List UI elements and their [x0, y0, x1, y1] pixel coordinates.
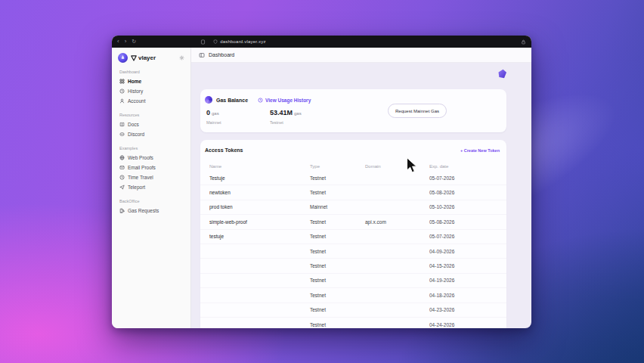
grid-icon	[119, 79, 125, 84]
sidebar-item-label: Discord	[128, 132, 144, 137]
sidebar-item-teleport[interactable]: Teleport	[118, 182, 184, 192]
token-type: Testnet	[310, 190, 365, 195]
gas-balance-icon	[205, 96, 212, 104]
table-row: Testnet 04-24-2026	[200, 318, 506, 328]
history-icon	[258, 98, 263, 103]
table-row: Testnet 04-19-2026	[200, 274, 506, 288]
testnet-label: Testnet	[270, 120, 333, 125]
sidebar-item-label: History	[128, 88, 143, 94]
mainnet-gas-stat: 0 gas Mainnet	[206, 109, 270, 125]
gas-unit: gas	[212, 111, 219, 116]
column-type: Type	[310, 164, 365, 169]
token-name: prod token	[209, 204, 310, 209]
forward-button[interactable]: ›	[125, 36, 127, 48]
sidebar-item-discord[interactable]: Discord	[118, 129, 184, 139]
sidebar-item-web-proofs[interactable]: Web Proofs	[118, 153, 184, 163]
sidebar-item-gas-requests[interactable]: Gas Requests	[118, 206, 184, 216]
mainnet-label: Mainnet	[206, 120, 270, 125]
sidebar-item-label: Home	[128, 79, 141, 84]
brand-logo[interactable]: vlayer	[131, 54, 156, 61]
table-row: newtoken Testnet 05-08-2026	[200, 185, 506, 200]
token-type: Testnet	[310, 278, 365, 283]
user-icon	[119, 98, 125, 104]
token-name: Testuje	[209, 175, 310, 181]
mail-icon	[119, 165, 125, 170]
send-icon	[119, 185, 125, 190]
sidebar-item-email-proofs[interactable]: Email Proofs	[118, 163, 184, 172]
page-topbar: Dashboard	[191, 48, 531, 63]
section-label-resources: Resources	[119, 113, 184, 117]
gas-balance-card: Gas Balance View Usage History 0	[200, 89, 506, 132]
sidebar-item-label: Time Travel	[128, 175, 153, 180]
browser-toolbar: ‹ › ↻ dashboard.vlayer.xyz	[112, 36, 531, 48]
column-name: Name	[209, 164, 310, 169]
token-exp-date: 05-08-2026	[429, 219, 496, 225]
token-exp-date: 05-07-2026	[429, 234, 496, 239]
token-domain: api.x.com	[365, 219, 429, 225]
token-type: Testnet	[310, 263, 365, 268]
access-tokens-title: Access Tokens	[205, 147, 243, 153]
sidebar-item-home[interactable]: Home	[118, 76, 184, 86]
token-type: Testnet	[310, 175, 365, 181]
discord-icon	[119, 132, 125, 137]
section-label-dashboard: Dashboard	[119, 70, 184, 74]
sidebar-item-label: Docs	[128, 122, 139, 127]
mainnet-gas-value: 0	[206, 109, 210, 116]
usage-link-label: View Usage History	[265, 98, 311, 103]
testnet-gas-stat: 53.41M gas Testnet	[270, 109, 333, 125]
token-exp-date: 05-07-2026	[429, 175, 496, 181]
address-bar[interactable]: dashboard.vlayer.xyz	[213, 39, 265, 44]
token-type: Testnet	[310, 307, 365, 312]
sidebar-toggle-icon[interactable]	[199, 52, 205, 58]
gas-icon	[119, 208, 125, 213]
history-icon	[119, 88, 125, 94]
column-domain: Domain	[365, 164, 429, 169]
table-row: Testnet 04-23-2026	[200, 303, 506, 318]
testnet-gas-value: 53.41M	[270, 109, 293, 116]
sidebar-item-label: Web Proofs	[128, 155, 153, 160]
sidebar-item-account[interactable]: Account	[118, 96, 184, 106]
breadcrumb: Dashboard	[209, 52, 234, 57]
vlayer-logo-icon	[131, 55, 137, 61]
user-avatar[interactable]	[118, 53, 128, 63]
clock-icon	[119, 175, 125, 180]
token-type: Mainnet	[310, 204, 365, 209]
table-header: Name Type Domain Exp. date	[200, 161, 506, 171]
desktop-wallpaper: ‹ › ↻ dashboard.vlayer.xyz vlayer	[0, 0, 644, 363]
create-new-token-link[interactable]: + Create New Token	[460, 148, 500, 153]
back-button[interactable]: ‹	[117, 36, 119, 48]
main-area: Dashboard Gas Balance	[191, 48, 531, 328]
page-content: Gas Balance View Usage History 0	[191, 63, 531, 328]
token-exp-date: 05-10-2026	[429, 204, 496, 209]
token-exp-date: 04-19-2026	[429, 278, 496, 283]
token-type: Testnet	[310, 234, 365, 239]
table-row: Testnet 04-15-2026	[200, 259, 506, 273]
reload-button[interactable]: ↻	[132, 36, 136, 48]
sidebar-item-label: Account	[128, 98, 146, 104]
sidebar-item-time-travel[interactable]: Time Travel	[118, 172, 184, 182]
token-name: testuje	[209, 234, 310, 239]
book-icon	[119, 122, 125, 127]
table-row: simple-web-proof Testnet api.x.com 05-08…	[200, 215, 506, 229]
token-exp-date: 04-24-2026	[429, 322, 496, 327]
view-usage-history-link[interactable]: View Usage History	[258, 98, 311, 103]
table-row: Testnet 04-18-2026	[200, 288, 506, 302]
sidebar-item-history[interactable]: History	[118, 86, 184, 96]
access-tokens-card: Access Tokens + Create New Token Name Ty…	[200, 140, 506, 328]
token-exp-date: 04-15-2026	[429, 263, 496, 268]
token-type: Testnet	[310, 322, 365, 327]
gear-icon[interactable]	[179, 55, 184, 60]
sidebar-item-docs[interactable]: Docs	[118, 119, 184, 129]
column-exp-date: Exp. date	[429, 164, 496, 169]
vlayer-gem-icon	[497, 69, 507, 79]
table-row: Testnet 04-09-2026	[200, 244, 506, 259]
section-label-backoffice: BackOffice	[119, 199, 184, 203]
token-exp-date: 05-08-2026	[429, 190, 496, 195]
table-row: Testuje Testnet 05-07-2026	[200, 171, 506, 185]
token-name: simple-web-proof	[209, 219, 310, 225]
request-mainnet-gas-button[interactable]: Request Mainnet Gas	[388, 104, 447, 118]
token-exp-date: 04-23-2026	[429, 307, 496, 312]
table-row: testuje Testnet 05-07-2026	[200, 230, 506, 244]
bookmark-app-icon[interactable]	[200, 39, 206, 45]
lock-icon	[521, 39, 526, 45]
